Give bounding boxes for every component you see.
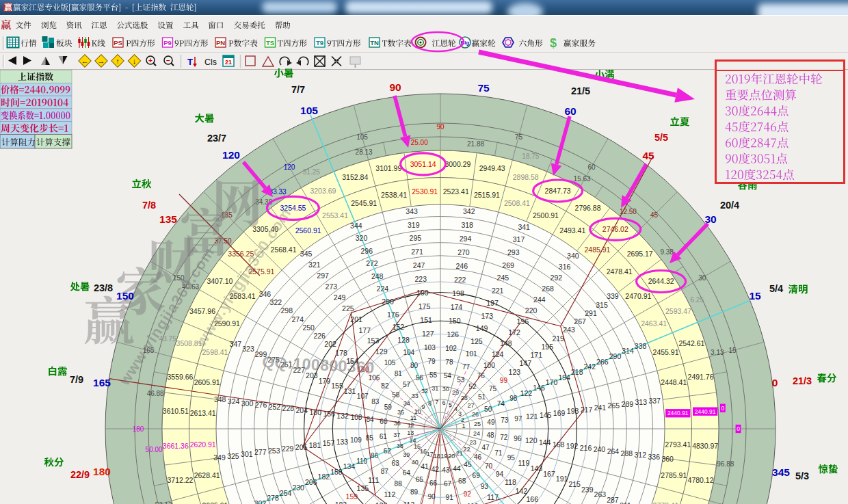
svg-text:159: 159: [346, 492, 358, 501]
svg-text:191: 191: [556, 475, 568, 483]
svg-text:101: 101: [466, 350, 477, 358]
svg-text:168: 168: [553, 440, 565, 449]
svg-text:5/4: 5/4: [769, 283, 783, 294]
svg-text:171: 171: [530, 351, 542, 359]
svg-text:317: 317: [513, 235, 525, 243]
svg-text:196: 196: [517, 317, 529, 326]
svg-text:120: 120: [284, 163, 295, 171]
svg-text:277: 277: [254, 448, 267, 456]
svg-text:111: 111: [368, 476, 379, 484]
svg-text:54: 54: [444, 372, 452, 380]
svg-text:5: 5: [449, 401, 452, 408]
svg-text:60: 60: [587, 163, 596, 171]
svg-text:22: 22: [464, 446, 471, 453]
svg-text:3712.22: 3712.22: [167, 476, 193, 484]
svg-text:PS: PS: [114, 39, 122, 47]
svg-text:195: 195: [541, 343, 553, 351]
svg-text:21/5: 21/5: [571, 85, 590, 96]
svg-text:201: 201: [350, 315, 362, 323]
svg-text:2635.91: 2635.91: [202, 501, 228, 504]
svg-text:276: 276: [255, 401, 267, 409]
svg-text:21/3: 21/3: [793, 375, 812, 386]
svg-text:102: 102: [445, 345, 457, 352]
svg-text:63: 63: [392, 460, 400, 467]
svg-text:268: 268: [542, 284, 554, 293]
svg-text:136: 136: [375, 501, 388, 504]
svg-text:2605.91: 2605.91: [194, 378, 220, 386]
svg-text:45: 45: [642, 150, 654, 161]
svg-text:122: 122: [520, 389, 533, 397]
svg-text:51: 51: [478, 393, 486, 401]
svg-text:118: 118: [505, 478, 516, 486]
svg-text:2553.41: 2553.41: [322, 211, 348, 220]
svg-text:2778.41: 2778.41: [653, 501, 679, 504]
svg-text:320: 320: [356, 234, 368, 242]
svg-text:290: 290: [609, 352, 622, 360]
svg-text:8: 8: [428, 400, 432, 407]
svg-text:6: 6: [442, 399, 446, 406]
svg-text:337: 337: [648, 397, 661, 405]
svg-text:PN: PN: [216, 39, 225, 47]
svg-text:241: 241: [594, 403, 607, 412]
svg-text:68: 68: [458, 477, 466, 485]
svg-text:3152.84: 3152.84: [342, 173, 368, 181]
svg-text:200: 200: [382, 297, 394, 306]
svg-text:2793.41: 2793.41: [665, 440, 691, 449]
svg-text:2470.91: 2470.91: [625, 292, 651, 300]
svg-text:229: 229: [282, 445, 294, 453]
svg-text:74: 74: [497, 400, 505, 408]
svg-text:19: 19: [440, 453, 447, 460]
svg-text:61: 61: [380, 433, 388, 440]
svg-text:49: 49: [487, 419, 495, 426]
svg-text:2463.41: 2463.41: [641, 319, 667, 328]
svg-text:55: 55: [429, 371, 438, 379]
svg-text:253: 253: [268, 447, 280, 455]
svg-text:321: 321: [308, 261, 321, 269]
svg-text:296: 296: [360, 247, 373, 255]
svg-text:30: 30: [442, 386, 449, 393]
svg-text:287: 287: [607, 496, 619, 504]
svg-text:110: 110: [356, 457, 367, 465]
svg-text:247: 247: [413, 261, 425, 269]
svg-text:126: 126: [447, 330, 459, 339]
svg-text:2628.41: 2628.41: [194, 471, 220, 479]
svg-text:254: 254: [280, 489, 292, 497]
svg-text:288: 288: [621, 449, 633, 457]
svg-text:272: 272: [366, 259, 378, 267]
svg-text:123: 123: [509, 368, 521, 376]
svg-text:15: 15: [728, 347, 737, 354]
svg-text:143: 143: [531, 464, 543, 473]
svg-text:2508.41: 2508.41: [504, 199, 530, 207]
svg-text:50.00: 50.00: [146, 446, 163, 453]
svg-text:9.38: 9.38: [660, 248, 674, 256]
svg-text:46: 46: [474, 453, 482, 461]
svg-text:30: 30: [698, 274, 706, 282]
svg-text:298: 298: [281, 306, 293, 315]
svg-text:0: 0: [737, 425, 740, 432]
svg-text:45: 45: [464, 461, 472, 468]
svg-text:301: 301: [241, 450, 253, 458]
svg-text:93: 93: [481, 483, 489, 490]
svg-text:105: 105: [384, 359, 396, 367]
svg-text:165: 165: [93, 377, 111, 388]
svg-text:271: 271: [411, 248, 423, 256]
svg-text:295: 295: [410, 234, 422, 242]
svg-text:119: 119: [518, 459, 529, 467]
svg-text:46.88: 46.88: [147, 390, 164, 397]
svg-text:53.13: 53.13: [155, 501, 172, 504]
svg-text:4780.12: 4780.12: [688, 476, 714, 484]
svg-text:243: 243: [563, 326, 575, 334]
svg-text:222: 222: [454, 276, 466, 284]
svg-text:16: 16: [420, 448, 427, 455]
svg-text:263: 263: [594, 490, 607, 499]
svg-text:108: 108: [351, 414, 362, 421]
svg-text:99: 99: [500, 377, 508, 384]
svg-text:7/8: 7/8: [142, 200, 156, 211]
svg-text:36: 36: [394, 420, 401, 427]
svg-text:150: 150: [116, 290, 134, 302]
svg-text:360: 360: [661, 455, 674, 463]
svg-text:↑: ↑: [116, 57, 120, 65]
svg-text:3610.51: 3610.51: [163, 407, 189, 415]
svg-text:202: 202: [324, 340, 336, 348]
svg-text:43: 43: [442, 466, 450, 474]
